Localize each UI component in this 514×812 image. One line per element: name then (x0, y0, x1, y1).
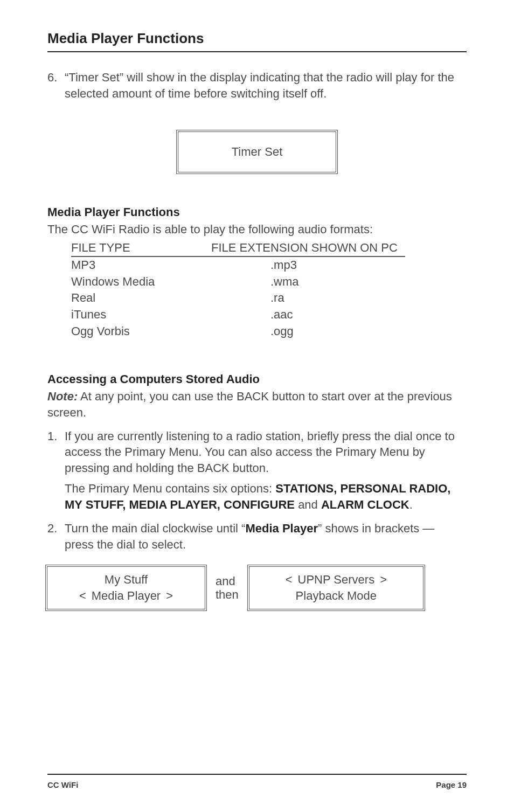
text: UPNP Servers (298, 572, 375, 588)
left-bracket-icon: < (79, 588, 86, 604)
display-timer-set: Timer Set (176, 130, 338, 174)
cell-ext: .ogg (211, 323, 405, 340)
media-player-bold: Media Player (245, 522, 318, 535)
step-number: 6. (47, 70, 65, 106)
table-row: MP3 .mp3 (71, 257, 467, 274)
display-line-2: < Media Player > (57, 588, 195, 604)
step-2-p1: Turn the main dial clockwise until “Medi… (65, 520, 467, 553)
text: Turn the main dial clockwise until “ (65, 522, 245, 535)
options-bold-2: ALARM CLOCK (321, 498, 409, 511)
text: and (295, 498, 321, 511)
footer-left: CC WiFi (47, 780, 78, 789)
left-bracket-icon: < (286, 572, 293, 588)
right-bracket-icon: > (166, 588, 173, 604)
cell-type: MP3 (71, 257, 211, 274)
note-text: At any point, you can use the BACK butto… (47, 390, 452, 419)
then-label: then (216, 588, 239, 601)
cell-type: iTunes (71, 307, 211, 323)
cell-ext: .ra (211, 290, 405, 307)
step-number: 2. (47, 520, 65, 557)
step-6: 6. “Timer Set” will show in the display … (47, 70, 467, 106)
col-header-file-ext: FILE EXTENSION SHOWN ON PC (211, 241, 405, 257)
table-row: iTunes .aac (71, 307, 467, 323)
cell-type: Ogg Vorbis (71, 323, 211, 340)
media-player-heading: Media Player Functions (47, 205, 467, 219)
and-then-label: and then (216, 574, 239, 602)
timer-step-group: 6. “Timer Set” will show in the display … (47, 70, 467, 109)
col-header-file-type: FILE TYPE (71, 241, 211, 257)
footer-right: Page 19 (436, 780, 467, 789)
step-2: 2. Turn the main dial clockwise until “M… (47, 520, 467, 557)
screens-row: My Stuff < Media Player > and then < UPN… (45, 565, 469, 611)
note-label: Note: (47, 390, 78, 403)
page: Media Player Functions 6. “Timer Set” wi… (0, 0, 514, 812)
step-body: “Timer Set” will show in the display ind… (65, 70, 467, 106)
cell-ext: .aac (211, 307, 405, 323)
accessing-audio-section: Accessing a Computers Stored Audio Note:… (47, 372, 467, 611)
table-header-row: FILE TYPE FILE EXTENSION SHOWN ON PC (71, 241, 467, 257)
table-row: Ogg Vorbis .ogg (71, 323, 467, 340)
display-line-1: < UPNP Servers > (259, 572, 413, 588)
step-body: If you are currently listening to a radi… (65, 428, 467, 518)
section-title: Media Player Functions (47, 30, 467, 52)
file-type-table: FILE TYPE FILE EXTENSION SHOWN ON PC MP3… (71, 241, 467, 340)
step-1-p1: If you are currently listening to a radi… (65, 428, 467, 477)
display-my-stuff: My Stuff < Media Player > (45, 565, 207, 611)
cell-type: Windows Media (71, 274, 211, 290)
text: The Primary Menu contains six options: (65, 482, 275, 495)
cell-type: Real (71, 290, 211, 307)
step-body: Turn the main dial clockwise until “Medi… (65, 520, 467, 557)
display-upnp-servers: < UPNP Servers > Playback Mode (247, 565, 425, 611)
media-player-section: Media Player Functions The CC WiFi Radio… (47, 205, 467, 356)
display-line-2: Playback Mode (259, 588, 413, 604)
text: My Stuff (105, 572, 148, 588)
text: Playback Mode (296, 588, 377, 604)
cell-ext: .wma (211, 274, 405, 290)
step-1: 1. If you are currently listening to a r… (47, 428, 467, 518)
and-label: and (216, 574, 239, 588)
note: Note: At any point, you can use the BACK… (47, 388, 467, 421)
text: Media Player (92, 588, 161, 604)
footer: CC WiFi Page 19 (47, 774, 467, 789)
media-player-intro: The CC WiFi Radio is able to play the fo… (47, 221, 467, 238)
step-1-p2: The Primary Menu contains six options: S… (65, 481, 467, 513)
table-row: Real .ra (71, 290, 467, 307)
display-line-1: My Stuff (57, 572, 195, 588)
text: . (409, 498, 413, 511)
right-bracket-icon: > (380, 572, 387, 588)
step-text: “Timer Set” will show in the display ind… (65, 70, 467, 102)
cell-ext: .mp3 (211, 257, 405, 274)
table-row: Windows Media .wma (71, 274, 467, 290)
step-number: 1. (47, 428, 65, 518)
accessing-audio-heading: Accessing a Computers Stored Audio (47, 372, 467, 386)
